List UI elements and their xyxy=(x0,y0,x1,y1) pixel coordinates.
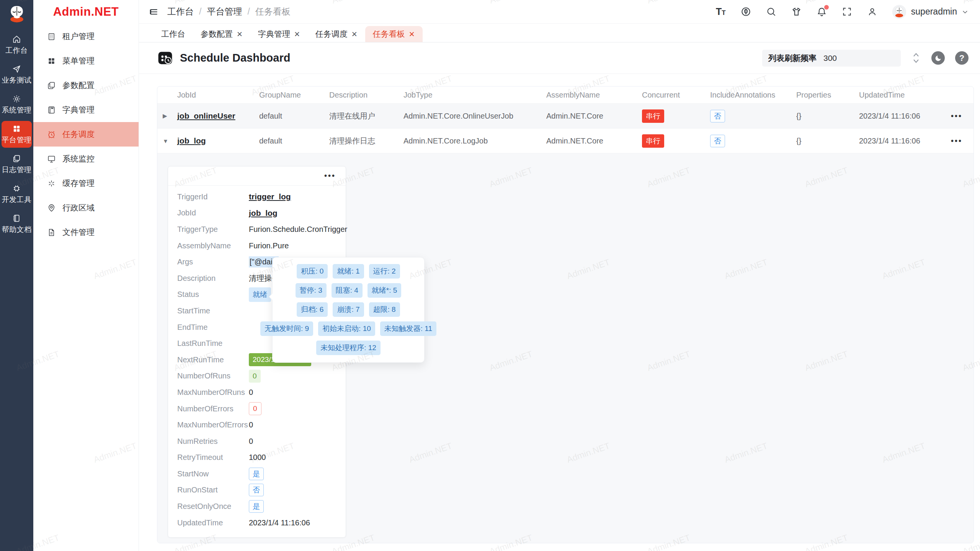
field-value: 0 xyxy=(249,388,253,397)
sidebar: Admin.NET 租户管理 菜单管理 参数配置 字典管理 任务调度 xyxy=(33,0,139,551)
field-value: 0 xyxy=(249,421,253,429)
collapse-row-icon[interactable]: ▼ xyxy=(163,138,177,144)
rail-item-logs[interactable]: 日志管理 xyxy=(2,151,32,178)
sidebar-item-region[interactable]: 行政区域 xyxy=(33,196,139,220)
fullscreen-icon xyxy=(842,7,852,17)
breadcrumb-item[interactable]: 平台管理 xyxy=(207,6,242,18)
status-legend-badge: 阻塞: 4 xyxy=(332,283,363,298)
top-navbar: 工作台 / 平台管理 / 任务看板 TT xyxy=(139,0,980,24)
field-label: StartNow xyxy=(177,469,249,478)
tab-label: 工作台 xyxy=(161,29,185,39)
rail-item-label: 帮助文档 xyxy=(2,225,32,235)
tab-close-icon[interactable]: ✕ xyxy=(351,30,358,39)
font-size-button[interactable]: TT xyxy=(715,6,727,18)
rail-item-help-docs[interactable]: 帮助文档 xyxy=(2,210,32,237)
breadcrumb: 工作台 / 平台管理 / 任务看板 xyxy=(167,6,291,18)
field-value: Furion.Pure xyxy=(249,241,289,250)
field-label: NumberOfErrors xyxy=(177,404,249,413)
sidebar-item-label: 行政区域 xyxy=(62,202,95,213)
rail-item-label: 工作台 xyxy=(5,46,28,55)
sidebar-item-label: 租户管理 xyxy=(62,31,95,42)
rail-item-workbench[interactable]: 工作台 xyxy=(2,31,32,58)
user-menu[interactable]: superadmin xyxy=(892,5,969,19)
timer-toggle-button[interactable] xyxy=(931,51,945,65)
language-button[interactable] xyxy=(740,6,752,18)
rail-item-devtools[interactable]: 开发工具 xyxy=(2,181,32,207)
sidebar-item-config[interactable]: 参数配置 xyxy=(33,73,139,98)
notifications-button[interactable] xyxy=(816,6,828,18)
stepper-down-icon[interactable] xyxy=(913,59,919,63)
table-row: ▼ job_log default 清理操作日志 Admin.NET.Core.… xyxy=(157,129,973,153)
job-id-link[interactable]: job_onlineUser xyxy=(177,111,259,121)
sidebar-item-task-schedule[interactable]: 任务调度 xyxy=(33,122,139,147)
sidebar-item-label: 菜单管理 xyxy=(62,55,95,66)
rail-item-system[interactable]: 系统管理 xyxy=(2,91,32,118)
jobs-table: JobId GroupName Description JobType Asse… xyxy=(157,86,974,543)
sidebar-item-files[interactable]: 文件管理 xyxy=(33,220,139,245)
sidebar-item-monitor[interactable]: 系统监控 xyxy=(33,147,139,171)
cell-description: 清理操作日志 xyxy=(329,136,403,146)
moon-timer-icon xyxy=(934,54,942,62)
sidebar-fold-button[interactable] xyxy=(149,7,159,17)
sidebar-item-tenant[interactable]: 租户管理 xyxy=(33,24,139,49)
trigger-id-link[interactable]: trigger_log xyxy=(249,192,291,201)
question-mark-icon: ? xyxy=(959,53,964,63)
location-icon xyxy=(47,204,56,212)
tab-close-icon[interactable]: ✕ xyxy=(409,30,415,39)
document-copy-icon xyxy=(47,81,56,90)
app-logo[interactable] xyxy=(7,4,27,26)
column-header: GroupName xyxy=(259,91,329,99)
status-tag[interactable]: 就绪 xyxy=(249,287,271,302)
home-icon xyxy=(12,35,21,44)
sidebar-item-dict[interactable]: 字典管理 xyxy=(33,98,139,122)
snowflake-icon xyxy=(47,179,56,188)
cpu-icon xyxy=(12,184,21,193)
profile-button[interactable] xyxy=(867,6,878,18)
sidebar-item-menu[interactable]: 菜单管理 xyxy=(33,49,139,73)
stepper-up-icon[interactable] xyxy=(913,53,919,57)
cell-assembly: Admin.NET.Core xyxy=(546,137,642,145)
tab-close-icon[interactable]: ✕ xyxy=(294,30,300,39)
tab-workbench[interactable]: 工作台 xyxy=(154,26,193,42)
sidebar-item-cache[interactable]: 缓存管理 xyxy=(33,171,139,196)
job-id-link[interactable]: job_log xyxy=(249,209,278,218)
tab-task-board[interactable]: 任务看板✕ xyxy=(365,26,423,42)
row-actions-button[interactable]: ••• xyxy=(951,137,968,145)
tab-task-schedule[interactable]: 任务调度✕ xyxy=(308,26,365,42)
navbar-actions: TT xyxy=(715,5,969,19)
field-label: NumRetries xyxy=(177,437,249,446)
status-legend-badge: 未知处理程序: 12 xyxy=(316,341,381,355)
search-button[interactable] xyxy=(766,6,777,18)
field-label: JobId xyxy=(177,209,249,217)
status-legend-badge: 未知触发器: 11 xyxy=(380,321,436,336)
rail-item-label: 平台管理 xyxy=(2,135,32,145)
include-annotations-tag: 否 xyxy=(710,110,725,122)
breadcrumb-item[interactable]: 工作台 xyxy=(167,6,194,18)
status-legend-badge: 崩溃: 7 xyxy=(333,302,364,317)
help-button[interactable]: ? xyxy=(955,51,969,65)
column-header: UpdatedTime xyxy=(859,91,951,99)
cell-assembly: Admin.NET.Core xyxy=(546,112,642,121)
row-actions-button[interactable]: ••• xyxy=(951,112,968,121)
sidebar-item-label: 参数配置 xyxy=(62,80,95,91)
expand-row-icon[interactable]: ▶ xyxy=(163,112,177,119)
tab-close-icon[interactable]: ✕ xyxy=(237,30,243,39)
tab-dict[interactable]: 字典管理✕ xyxy=(250,26,308,42)
sidebar-item-label: 缓存管理 xyxy=(62,178,95,189)
more-actions-button[interactable]: ••• xyxy=(324,171,336,180)
theme-skin-button[interactable] xyxy=(791,6,802,18)
brand[interactable]: Admin.NET xyxy=(33,0,139,24)
job-id-link[interactable]: job_log xyxy=(177,136,259,145)
rail-item-platform[interactable]: 平台管理 xyxy=(2,121,32,148)
rail-item-biz-test[interactable]: 业务测试 xyxy=(2,61,32,88)
cell-jobtype: Admin.NET.Core.OnlineUserJob xyxy=(403,112,546,121)
field-label: AssemblyName xyxy=(177,241,249,250)
sidebar-item-label: 系统监控 xyxy=(62,153,95,164)
refresh-rate-input[interactable]: 列表刷新频率 300 xyxy=(762,50,901,67)
status-legend-badge: 归档: 6 xyxy=(297,302,328,317)
tab-config[interactable]: 参数配置✕ xyxy=(193,26,250,42)
number-of-errors-tag: 0 xyxy=(249,402,261,415)
column-header: JobId xyxy=(177,91,259,99)
fullscreen-button[interactable] xyxy=(841,6,853,18)
menu-grid-icon xyxy=(47,57,56,65)
